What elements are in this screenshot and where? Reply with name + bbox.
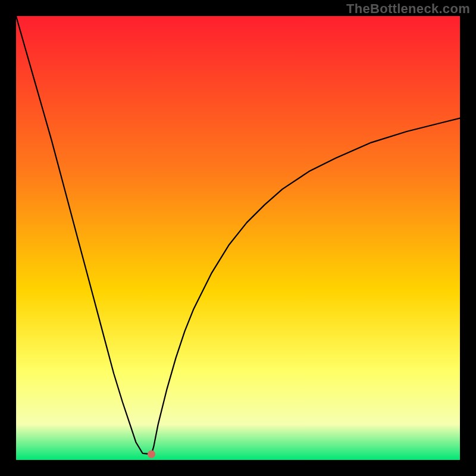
gradient-background <box>16 16 460 460</box>
plot-area <box>16 16 460 460</box>
chart-frame: TheBottleneck.com <box>0 0 476 476</box>
minimum-marker <box>148 450 155 458</box>
watermark-text: TheBottleneck.com <box>346 1 470 17</box>
chart-svg <box>16 16 460 460</box>
